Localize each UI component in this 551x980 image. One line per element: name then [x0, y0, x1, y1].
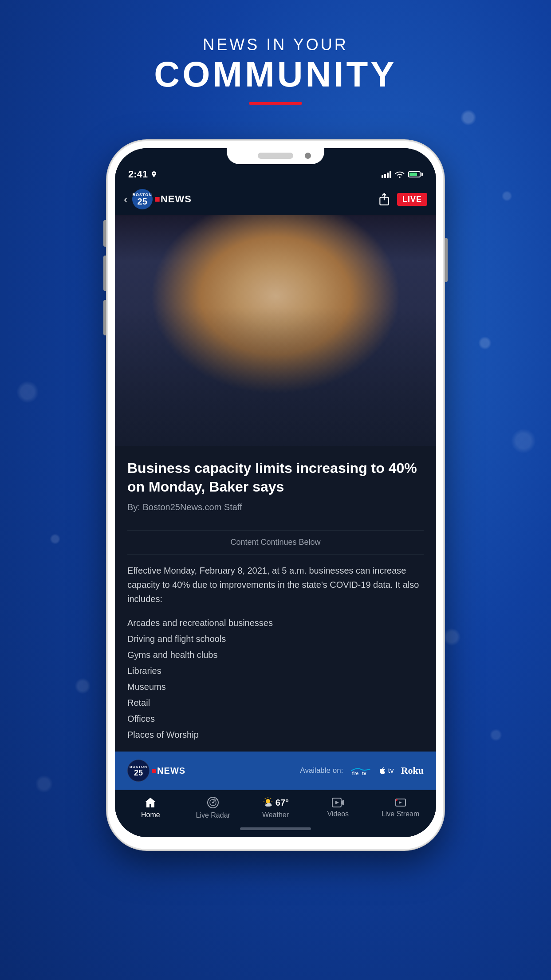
list-item: Libraries [127, 663, 424, 679]
article-content: Content Continues Below Effective Monday… [115, 530, 436, 752]
radar-icon [207, 796, 219, 809]
svg-point-10 [266, 799, 270, 803]
nav-live-radar[interactable]: Live Radar [182, 796, 244, 819]
hero-underline [249, 102, 302, 105]
svg-marker-23 [335, 801, 339, 804]
news-logo: BOSTON 25 ■NEWS [132, 189, 192, 209]
status-icons [382, 171, 423, 178]
nav-videos[interactable]: Videos [307, 798, 369, 818]
nav-weather-label: Weather [262, 811, 289, 819]
nav-videos-label: Videos [327, 810, 349, 818]
weather-icon [262, 797, 274, 808]
article-hero-image [115, 215, 436, 446]
svg-rect-3 [390, 171, 391, 178]
live-badge[interactable]: LIVE [397, 193, 427, 206]
platform-banner: BOSTON 25 ■NEWS Available on: [115, 752, 436, 790]
list-item: Gyms and health clubs [127, 647, 424, 663]
svg-text:fire: fire [352, 771, 359, 776]
firetv-icon: fire tv [350, 764, 371, 777]
content-continues-label: Content Continues Below [127, 530, 424, 555]
weather-display: 67° [262, 797, 289, 808]
list-item: Driving and flight schools [127, 631, 424, 647]
list-item: Places of Worship [127, 727, 424, 743]
signal-icon [382, 171, 391, 178]
svg-point-26 [396, 799, 398, 801]
svg-rect-0 [382, 175, 383, 178]
svg-rect-1 [384, 174, 386, 178]
wifi-icon [395, 171, 405, 178]
svg-text:tv: tv [362, 771, 366, 776]
time-display: 2:41 [128, 169, 148, 180]
volume-down-button [103, 300, 107, 335]
svg-rect-2 [387, 173, 389, 178]
home-indicator [115, 823, 436, 837]
battery-icon [408, 171, 423, 177]
news-card: Business capacity limits increasing to 4… [115, 446, 436, 530]
nav-home[interactable]: Home [119, 797, 182, 819]
live-stream-icon [394, 798, 407, 807]
news-headline: Business capacity limits increasing to 4… [127, 459, 424, 496]
svg-point-21 [268, 804, 272, 807]
available-on-text: Available on: [300, 766, 343, 775]
nav-home-label: Home [141, 811, 160, 819]
nav-weather[interactable]: 67° Weather [244, 797, 307, 819]
phone-screen: 2:41 [115, 148, 436, 837]
home-indicator-bar [240, 827, 311, 830]
status-time: 2:41 [128, 169, 157, 180]
temperature: 67° [276, 798, 289, 808]
svg-line-15 [265, 798, 266, 799]
roku-text: Roku [401, 765, 424, 776]
svg-line-18 [270, 798, 271, 799]
volume-up-button [103, 256, 107, 291]
svg-line-17 [265, 804, 266, 805]
news-byline: By: Boston25News.com Staff [127, 502, 424, 512]
video-icon [332, 798, 344, 807]
article-list: Arcades and recreational businesses Driv… [127, 615, 424, 743]
mute-button [103, 220, 107, 247]
home-icon [144, 797, 157, 808]
location-icon [150, 171, 157, 178]
list-item: Offices [127, 711, 424, 727]
phone-notch [227, 148, 324, 164]
nav-live-stream[interactable]: Live Stream [369, 798, 432, 818]
article-body: Effective Monday, February 8, 2021, at 5… [127, 563, 424, 606]
boston25-logo-banner: BOSTON 25 ■NEWS [127, 760, 185, 782]
power-button [444, 238, 448, 282]
phone-mockup: 2:41 [107, 140, 444, 850]
list-item: Retail [127, 695, 424, 711]
hero-section: NEWS IN YOUR COMMUNITY [154, 0, 397, 122]
list-item: Museums [127, 679, 424, 695]
back-button[interactable]: ‹ [124, 193, 128, 206]
svg-marker-25 [399, 801, 402, 804]
platform-list: Available on: fire tv [300, 764, 424, 777]
svg-point-20 [265, 804, 269, 807]
header-left: ‹ BOSTON 25 ■NEWS [124, 189, 192, 209]
header-right: LIVE [378, 193, 427, 206]
phone-frame: 2:41 [107, 140, 444, 850]
app-header: ‹ BOSTON 25 ■NEWS [115, 184, 436, 215]
hero-title: COMMUNITY [154, 57, 397, 92]
hero-subtitle: NEWS IN YOUR [154, 35, 397, 54]
nav-live-stream-label: Live Stream [382, 810, 419, 818]
nav-live-radar-label: Live Radar [196, 811, 230, 819]
appletv-icon: tv [378, 766, 394, 775]
share-icon[interactable] [378, 193, 390, 206]
bottom-navigation: Home Live Radar [115, 790, 436, 823]
list-item: Arcades and recreational businesses [127, 615, 424, 631]
